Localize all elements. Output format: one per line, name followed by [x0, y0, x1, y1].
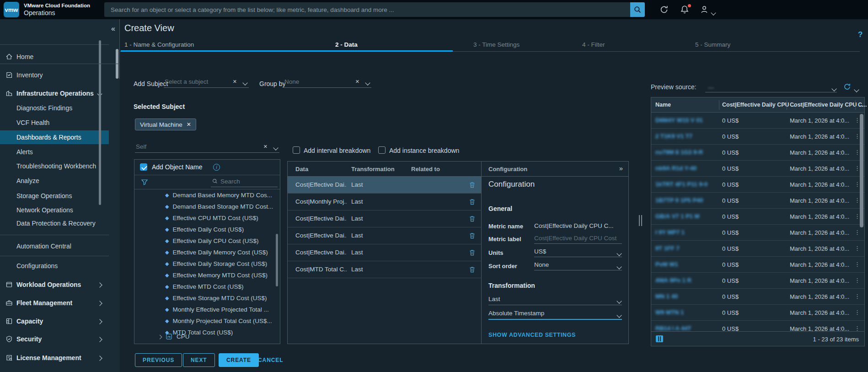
preview-row[interactable]: I 9Y MP7 1 0 US$ March 1, 2026 at 4:0...… — [651, 225, 864, 241]
preview-refresh-icon[interactable] — [843, 83, 851, 91]
delete-row-icon[interactable] — [469, 266, 476, 273]
sidebar-item-infrastructure-operations[interactable]: Infrastructure Operations — [0, 86, 109, 100]
sidebar-item-troubleshooting-workbench[interactable]: Troubleshooting Workbench — [0, 159, 109, 173]
user-menu-chevron-icon[interactable] — [712, 8, 715, 16]
clear-icon[interactable]: ✕ — [263, 144, 268, 150]
preview-row[interactable]: RB14 I A 44T 0 US$ March 1, 2026 at 4:0.… — [651, 321, 864, 332]
sidebar-item-configurations[interactable]: Configurations — [0, 259, 109, 273]
sidebar-item-diagnostic-findings[interactable]: Diagnostic Findings — [0, 101, 109, 115]
refresh-icon[interactable] — [659, 5, 669, 14]
next-button[interactable]: NEXT — [183, 353, 215, 367]
previous-button[interactable]: PREVIOUS — [135, 353, 182, 367]
preview-row[interactable]: MN 1 40 0 US$ March 1, 2026 at 4:0... ⋮ — [651, 289, 864, 305]
sidebar-item-vcf-health[interactable]: VCF Health — [0, 116, 109, 129]
group-by-select[interactable]: None ✕ — [284, 77, 371, 88]
search-button[interactable] — [630, 2, 645, 17]
user-icon[interactable] — [700, 5, 709, 14]
sidebar-item-home[interactable]: Home — [0, 50, 109, 64]
wizard-step-4[interactable]: 4 - Filter — [582, 41, 605, 48]
panel-resize-handle[interactable] — [639, 215, 643, 226]
help-icon[interactable]: ? — [858, 30, 863, 39]
add-object-name-checkbox[interactable] — [140, 163, 147, 171]
sidebar-item-automation-central[interactable]: Automation Central — [0, 239, 109, 253]
timestamp-select[interactable]: Absolute Timestamp — [488, 310, 622, 320]
delete-row-icon[interactable] — [469, 232, 476, 239]
metric-tree-item[interactable]: ◆ Effective Daily Storage Cost (US$) — [134, 258, 280, 270]
sidebar-item-analyze[interactable]: Analyze — [0, 174, 109, 188]
wizard-step-1[interactable]: 1 - Name & Configuration — [124, 41, 194, 48]
row-actions-icon[interactable]: ⋮ — [854, 245, 860, 252]
vmw-logo[interactable]: vmw — [4, 2, 19, 17]
metric-tree-item[interactable]: ◆ Effective MTD Cost (US$) — [134, 281, 280, 292]
metric-tree-item[interactable]: ◆ Effective Daily Memory Cost (US$) — [134, 247, 280, 258]
metric-row[interactable]: Cost|Monthly Proj... Last — [288, 194, 481, 210]
preview-row[interactable]: 1kTRT 4F1 P11 9-0 0 US$ March 1, 2026 at… — [651, 177, 864, 193]
refresh-options-chevron-icon[interactable] — [855, 85, 858, 93]
preview-row[interactable]: W9 MTN 1 0 US$ March 1, 2026 at 4:0... ⋮ — [651, 305, 864, 321]
tree-search-input[interactable]: Search — [211, 177, 278, 187]
delete-row-icon[interactable] — [469, 181, 476, 189]
preview-row[interactable]: 2 T1K9 V1 T7 0 US$ March 1, 2026 at 4:0.… — [651, 129, 864, 145]
units-select[interactable]: US$ — [534, 248, 622, 257]
preview-row[interactable]: D6M4Y W15 V 01 0 US$ March 1, 2026 at 4:… — [651, 113, 864, 129]
info-icon[interactable]: i — [213, 164, 220, 171]
tree-scrollbar[interactable] — [276, 234, 278, 286]
sidebar-scrollbar[interactable] — [99, 40, 101, 205]
cancel-button[interactable]: CANCEL — [255, 353, 286, 367]
metric-row[interactable]: Cost|Effective Dai... Last — [288, 227, 481, 244]
collapse-panel-icon[interactable]: » — [619, 164, 623, 172]
row-actions-icon[interactable]: ⋮ — [854, 261, 860, 268]
metric-tree-item[interactable]: ◆ Effective Memory MTD Cost (US$) — [134, 270, 280, 281]
add-interval-breakdown-checkbox[interactable] — [293, 146, 300, 154]
metric-tree-item[interactable]: ◆ Effective Daily Cost (US$) — [134, 224, 280, 235]
preview-row[interactable]: 9T 1FF 7 0 US$ March 1, 2026 at 4:0... ⋮ — [651, 241, 864, 257]
sort-order-select[interactable]: None — [534, 261, 622, 270]
sidebar-item-alerts[interactable]: Alerts — [0, 145, 109, 159]
row-actions-icon[interactable]: ⋮ — [854, 293, 860, 300]
sidebar-item-fleet-management[interactable]: Fleet Management — [0, 296, 109, 310]
preview-row[interactable]: nv79M 8 1G3 9-R 0 US$ March 1, 2026 at 4… — [651, 145, 864, 161]
preview-scrollbar[interactable] — [860, 114, 863, 227]
metric-tree-item[interactable]: ◆ Monthly Projected Total Cost (US$... — [134, 315, 280, 327]
sidebar-item-capacity[interactable]: Capacity — [0, 314, 109, 328]
sidebar-item-dashboards-reports[interactable]: Dashboards & Reports — [0, 130, 109, 144]
clear-icon[interactable]: ✕ — [233, 79, 237, 85]
show-advanced-settings-link[interactable]: SHOW ADVANCED SETTINGS — [488, 332, 576, 338]
row-actions-icon[interactable]: ⋮ — [854, 325, 860, 332]
metric-label-input[interactable]: Cost|Effective Daily CPU Cost — [534, 235, 622, 244]
preview-row[interactable]: GB/A V7 1 P1 M 0 US$ March 1, 2026 at 4:… — [651, 209, 864, 225]
preview-row[interactable]: 4WA 9Pn 1 R 0 US$ March 1, 2026 at 4:0..… — [651, 273, 864, 289]
preview-source-select[interactable]: — — [705, 81, 837, 92]
row-actions-icon[interactable]: ⋮ — [854, 277, 860, 284]
clear-icon[interactable]: ✕ — [355, 79, 359, 85]
row-actions-icon[interactable]: ⋮ — [854, 309, 860, 316]
filter-icon[interactable] — [141, 178, 148, 186]
global-search-input[interactable] — [104, 2, 630, 17]
metric-tree-item[interactable]: ◆ Demand Based Memory MTD Cos... — [134, 189, 280, 201]
metric-tree-item[interactable]: ◆ Effective CPU MTD Cost (US$) — [134, 212, 280, 224]
metric-group-cpu[interactable]: CPU — [134, 331, 190, 342]
metric-row[interactable]: Cost|MTD Total C... Last — [288, 261, 481, 278]
wizard-step-2[interactable]: 2 - Data — [335, 41, 358, 48]
delete-row-icon[interactable] — [469, 249, 476, 256]
sidebar-item-inventory[interactable]: Inventory — [0, 68, 109, 82]
sidebar-item-security[interactable]: Security — [0, 332, 109, 346]
metric-tree-item[interactable]: ◆ Effective Storage MTD Cost (US$) — [134, 292, 280, 304]
metric-row[interactable]: Cost|Effective Dai... Last — [288, 210, 481, 227]
add-instance-breakdown-checkbox[interactable] — [378, 146, 386, 154]
expand-chevron-icon[interactable] — [158, 333, 161, 340]
sidebar-item-network-operations[interactable]: Network Operations — [0, 203, 109, 217]
collapse-sidebar-icon[interactable]: « — [111, 25, 115, 33]
row-actions-icon[interactable]: ⋮ — [854, 229, 860, 236]
metric-tree-item[interactable]: ◆ Demand Based Storage MTD Cost... — [134, 201, 280, 212]
relationship-select[interactable]: Self ✕ — [135, 142, 279, 153]
metric-tree-item[interactable]: ◆ Effective Daily CPU Cost (US$) — [134, 235, 280, 247]
create-button[interactable]: CREATE — [219, 353, 259, 367]
transformation-select[interactable]: Last — [488, 296, 622, 305]
column-picker-icon[interactable] — [656, 335, 663, 342]
preview-row[interactable]: PvM W1 0 US$ March 1, 2026 at 4:0... ⋮ — [651, 257, 864, 273]
wizard-step-3[interactable]: 3 - Time Settings — [473, 41, 520, 48]
delete-row-icon[interactable] — [469, 198, 476, 205]
sidebar-item-workload-operations[interactable]: Workload Operations — [0, 278, 109, 291]
preview-row[interactable]: nb9A R1d Y-40 0 US$ March 1, 2026 at 4:0… — [651, 161, 864, 177]
